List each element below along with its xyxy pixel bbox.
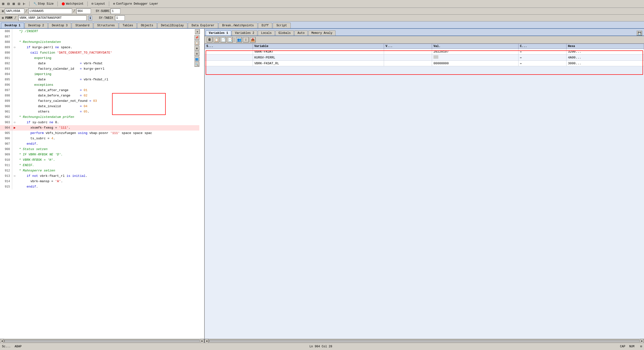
code-line-886: 886 *} /INSERT [0,29,199,34]
tab-breakwatchpoints[interactable]: Break./Watchpoints [218,23,258,28]
code-line-901: 901 others = 05. [0,109,199,114]
step-into-btn[interactable]: ⊟ [7,1,10,6]
tab-detaildisplay[interactable]: DetailDisplay [158,23,188,28]
step-size-label: Step Size [38,2,54,5]
step-size-btn[interactable]: 🔧 Step Size [34,2,54,5]
include-field[interactable]: LV60AA95 [28,8,72,14]
continue-icon: ⊡ [18,1,20,6]
code-line-891: 891 exporting [0,55,199,61]
tab-standard[interactable]: Standard [72,23,93,28]
code-pin-btn[interactable]: ✕ [195,29,200,34]
code-sidebar-btn3[interactable]: ⊞ [194,46,199,51]
info-bar: ⊞ SAPLV60A / LV60AA95 / 904 SY-SUBRC 1 [0,8,644,14]
vars-hscroll-left[interactable]: ◀ [205,339,208,343]
code-sidebar-btn5[interactable]: 👥 [194,56,199,61]
run-to-btn[interactable]: ⊢ [23,1,26,6]
vars-save-btn[interactable]: 💾 [637,31,642,35]
code-line-915: 915 endif. [0,184,199,190]
vars-row-3[interactable]: VBRK-FKDAT_RL 00000000 ✏ 3000... [205,61,644,66]
vars-add-btn[interactable]: 👥 [236,37,242,42]
code-line-912: 912 * Mahnsperre setzen [0,168,199,173]
vars-tab-variables1[interactable]: Variables 1 [206,30,231,35]
vars-row3-val: 00000000 [432,61,518,66]
sy-tabix-value: 1 [116,16,118,20]
configure-debugger-btn[interactable]: ⚙ Configure Debugger Layer [113,2,158,5]
continue-btn[interactable]: ⊡ [18,1,20,6]
step-over-btn[interactable]: ⊞ [2,1,4,6]
step-return-icon: ⊠ [12,1,15,6]
vars-table-area[interactable]: S... Variable V... Val. C... Hexa VBRK-F… [205,44,644,339]
tab-desktop3[interactable]: Desktop 3 [48,23,72,28]
vars-tab-locals[interactable]: Locals [258,30,274,35]
layout-btn[interactable]: ⊟ Layout [92,2,105,5]
vars-tab-globals[interactable]: Globals [275,30,294,35]
code-line-903: 903 ◻ if sy-subrc ne 0. [0,120,199,125]
vars-sort-btn[interactable]: ↕ [243,37,249,42]
vars-row-2[interactable]: KURGV-PERRL ✏ 4A00... [205,54,644,61]
line-field[interactable]: 904 [76,8,91,14]
code-line-907: 907 endif. [0,141,199,147]
col-c: C... [518,44,566,49]
main-tab-bar: Desktop 1 Desktop 2 Desktop 3 Standard S… [0,21,644,29]
vars-detail-btn[interactable]: 📑 [227,37,233,42]
program-field[interactable]: SAPLV60A [5,8,24,14]
vars-row2-c[interactable]: ✏ [518,54,566,61]
code-sidebar-btn1[interactable]: 📌 [194,35,199,40]
code-sidebar-btn6[interactable]: 🔍 [194,62,199,67]
tab-script[interactable]: Script [273,23,290,28]
form-name-field[interactable]: VBRK_VBRP_DATENTRANSPORT [18,15,86,21]
vars-row-1[interactable]: VBRK-FKDAT 20220107 ✏ 3200... [205,49,644,54]
tab-desktop2[interactable]: Desktop 2 [24,23,48,28]
vars-tab-variables2[interactable]: Variables 2 [232,30,257,35]
tab-tables[interactable]: Tables [119,23,137,28]
watchpoint-btn[interactable]: ⬤ Watchpoint [62,2,84,5]
tab-desktop1[interactable]: Desktop 1 [1,23,24,28]
vars-row3-c[interactable]: ✏ [518,61,566,66]
vars-row1-c[interactable]: ✏ [518,49,566,54]
code-hscroll-right[interactable]: ▶ [200,339,204,343]
vars-export-btn[interactable]: 📤 [250,37,256,42]
vars-table: S... Variable V... Val. C... Hexa VBRK-F… [205,44,644,66]
tab-objects[interactable]: Objects [137,23,157,28]
code-hscroll-left[interactable]: ◀ [0,339,4,343]
program-icon: ⊞ [2,9,4,13]
sep-slash-3: / [14,16,16,20]
vars-row1-val: 20220107 [432,49,518,54]
vars-tab-auto[interactable]: Auto [294,30,308,35]
line-value: 904 [78,9,83,13]
vars-tab-memory[interactable]: Memory Analy [308,30,336,35]
code-area[interactable]: 886 *} /INSERT 887 888 * Rechnungslisten… [0,29,204,339]
form-info-icon[interactable]: ℹ [88,15,92,20]
tab-dataexplorer[interactable]: Data Explorer [188,23,218,28]
vars-paste-btn[interactable]: 📄 [220,37,226,42]
code-hscroll[interactable]: ◀ ▶ [0,339,204,343]
code-sidebar-btn2[interactable]: 📋 [194,40,199,45]
vars-row2-v [384,54,432,61]
vars-hscroll-track[interactable] [209,340,640,342]
vars-row3-variable: VBRK-FKDAT_RL [253,61,384,66]
vars-row3-hexa: 3000... [566,61,644,66]
step-return-btn[interactable]: ⊠ [12,1,15,6]
code-sidebar-btn4[interactable]: ⊟ [194,51,199,56]
code-line-889: 889 ◻ if kurgv-perrl ne space. [0,45,199,50]
vars-delete-btn[interactable]: 🗑 [207,37,212,42]
tab-structures[interactable]: Structures [94,23,118,28]
vars-hscroll-right[interactable]: ▶ [640,339,644,343]
run-to-icon: ⊢ [23,1,26,6]
vars-row1-variable: VBRK-FKDAT [253,49,384,54]
tab-diff[interactable]: Diff [258,23,272,28]
sy-tabix-field[interactable]: 1 [115,15,125,21]
code-line-899: 899 factory_calendar_not_found = 03 [0,98,199,104]
vars-copy-btn[interactable]: 📋 [214,37,219,42]
code-hscroll-track[interactable] [4,340,200,342]
step-over-icon: ⊞ [2,1,4,6]
watchpoint-icon: ⬤ [62,2,65,5]
code-line-887: 887 [0,34,199,39]
code-line-906: 906 ts_subrc = 4. [0,136,199,141]
sy-subrc-field[interactable]: 1 [110,8,120,14]
vars-table-header: S... Variable V... Val. C... Hexa [205,44,644,49]
vars-row2-variable: KURGV-PERRL [253,54,384,61]
program-value: SAPLV60A [6,9,20,13]
code-line-908: 908 * Status setzen [0,147,199,152]
vars-hscroll[interactable]: ◀ ▶ [205,339,644,343]
